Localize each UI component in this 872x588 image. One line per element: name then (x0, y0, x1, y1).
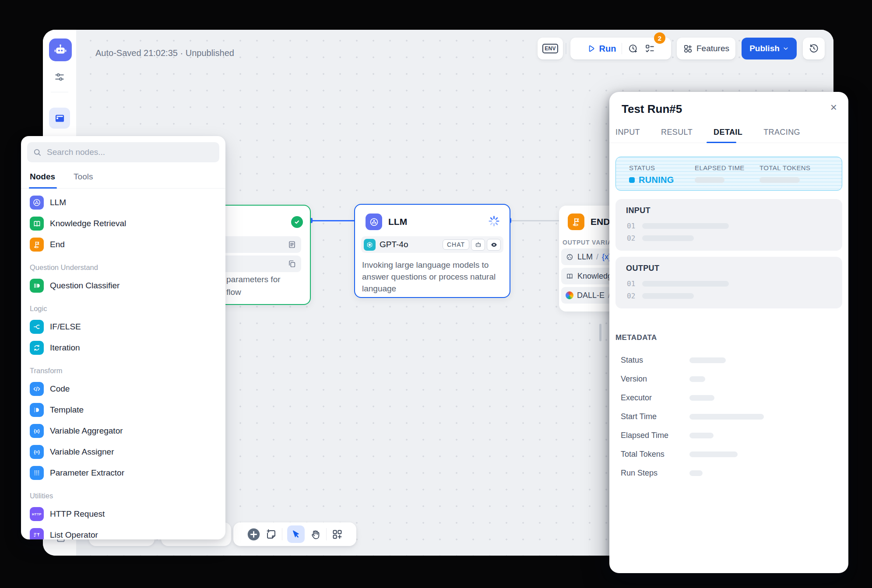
organize-blocks-button[interactable] (331, 528, 343, 540)
metadata-skeleton (689, 395, 714, 401)
end-node-icon (568, 214, 584, 230)
chat-mode-badge: CHAT (443, 239, 469, 250)
status-card: STATUS RUNING ELAPSED TIME TOTAL TOKENS (615, 157, 842, 191)
input-skeleton (642, 235, 694, 241)
run-history-icon[interactable] (628, 43, 639, 54)
app-logo-robot-icon[interactable] (49, 38, 72, 61)
tab-tools[interactable]: Tools (74, 170, 93, 188)
section-header: Transform (25, 358, 221, 378)
elapsed-time-label: ELAPSED TIME (695, 164, 745, 172)
run-button[interactable]: Run (586, 44, 616, 54)
publish-button-label: Publish (749, 44, 780, 53)
search-input[interactable] (46, 147, 214, 158)
document-icon (287, 240, 297, 249)
cursor-icon (290, 529, 301, 540)
add-node-button[interactable] (247, 528, 260, 541)
code-icon (30, 382, 44, 396)
search-icon (33, 148, 42, 157)
close-icon[interactable]: × (830, 102, 837, 113)
success-check-icon (291, 216, 303, 228)
edge-start-llm (312, 220, 354, 221)
tab-tracing[interactable]: TRACING (763, 128, 800, 137)
toolbar-divider (326, 528, 327, 540)
tab-result[interactable]: RESULT (661, 128, 693, 137)
sidebar-divider (51, 92, 68, 92)
publish-button[interactable]: Publish (742, 38, 797, 60)
status-label: STATUS (629, 164, 674, 172)
metadata-skeleton (689, 470, 703, 476)
features-button[interactable]: Features (677, 38, 735, 60)
canvas-toolbar (233, 522, 356, 546)
output-card: OUTPUT 01 02 (615, 257, 842, 308)
node-panel-tabs: Nodes Tools (21, 170, 225, 189)
knowledge-mini-icon (566, 272, 574, 280)
run-panel-tabs: INPUT RESULT DETAIL TRACING (615, 128, 800, 137)
section-header: Logic (25, 296, 221, 316)
branch-icon (30, 320, 44, 334)
env-button[interactable]: ENV (538, 38, 563, 60)
node-item-iteration[interactable]: Iteration (25, 337, 221, 358)
sidebar-item-workflow[interactable] (49, 108, 70, 129)
tab-detail[interactable]: DETAIL (714, 128, 742, 137)
node-item-http-request[interactable]: HTTP HTTP Request (25, 504, 221, 525)
llm-node[interactable]: LLM GPT-4o CHAT (354, 204, 510, 298)
output-skeleton (642, 293, 694, 299)
checklist-badge: 2 (654, 32, 665, 44)
sidebar-sliders-icon[interactable] (53, 71, 66, 83)
agent-badge[interactable] (471, 239, 485, 251)
node-item-variable-assigner[interactable]: {=} Variable Assigner (25, 441, 221, 462)
add-note-button[interactable] (265, 528, 277, 540)
book-icon (30, 217, 44, 231)
dalle-icon (566, 291, 573, 299)
vision-badge[interactable] (487, 239, 501, 251)
model-name: GPT-4o (380, 240, 443, 249)
node-item-if-else[interactable]: IF/ELSE (25, 316, 221, 337)
screenshot: Auto-Saved 21:02:35 · Unpublished ENV Ru… (0, 0, 872, 588)
pointer-mode-button[interactable] (287, 525, 305, 543)
end-node-title: END (591, 217, 610, 227)
metadata-skeleton (689, 452, 738, 457)
header-divider (566, 43, 566, 54)
group-divider (622, 43, 622, 54)
tab-input[interactable]: INPUT (615, 128, 640, 137)
robot-icon (53, 43, 67, 57)
node-item-code[interactable]: Code (25, 378, 221, 399)
braces-x-icon: {x} (30, 424, 44, 438)
metadata-row: Run Steps (621, 469, 703, 478)
elapsed-skeleton (695, 177, 724, 183)
toolbar-divider (282, 528, 282, 540)
version-history-button[interactable] (803, 38, 825, 60)
svg-text:HTTP: HTTP (32, 512, 42, 516)
node-item-llm[interactable]: LLM (25, 192, 221, 213)
test-run-panel: Test Run#5 × INPUT RESULT DETAIL TRACING… (609, 92, 848, 573)
eye-icon (490, 241, 498, 248)
run-button-label: Run (599, 44, 616, 54)
node-item-question-classifier[interactable]: Question Classifier (25, 275, 221, 296)
model-selector[interactable]: GPT-4o CHAT (361, 236, 503, 253)
metadata-row: Elapsed Time (621, 431, 714, 440)
node-item-list-operator[interactable]: List Operator (25, 525, 221, 539)
node-item-variable-aggregator[interactable]: {x} Variable Aggregator (25, 420, 221, 441)
node-item-parameter-extractor[interactable]: Parameter Extractor (25, 462, 221, 483)
status-value: RUNING (629, 175, 674, 185)
hand-mode-button[interactable] (309, 528, 321, 540)
node-search-panel: Nodes Tools LLM (21, 136, 225, 539)
chevron-down-icon (783, 46, 789, 52)
node-item-end[interactable]: End (25, 234, 221, 255)
node-item-knowledge-retrieval[interactable]: Knowledge Retrieval (25, 213, 221, 234)
output-skeleton (642, 281, 729, 287)
llm-node-description: Invoking large language models to answer… (362, 259, 503, 294)
panel-resize-handle[interactable] (599, 324, 601, 341)
metadata-row: Total Tokens (621, 450, 738, 459)
copy-icon (287, 259, 297, 269)
search-box[interactable] (27, 142, 219, 162)
svg-text:{x}: {x} (34, 429, 40, 434)
window-icon (54, 112, 66, 124)
tab-nodes[interactable]: Nodes (30, 170, 55, 188)
checklist-icon[interactable] (644, 43, 655, 54)
metadata-skeleton (689, 433, 714, 438)
features-icon (683, 44, 693, 54)
loading-spinner-icon (488, 215, 500, 227)
node-item-template[interactable]: Template (25, 399, 221, 420)
svg-text:{=}: {=} (34, 450, 40, 455)
